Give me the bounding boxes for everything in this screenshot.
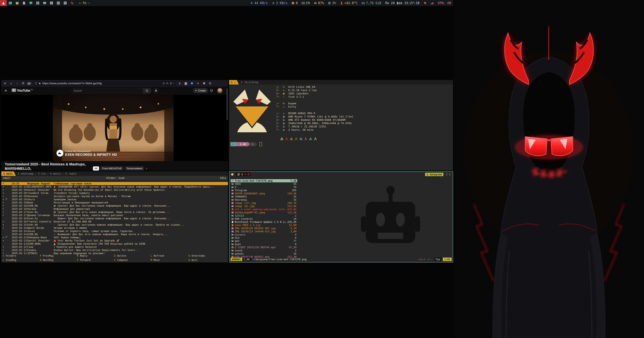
email-row[interactable]: •2025-02-22WILDBERRIES-INFO◆(ИЗВЕЩЕНИЕ #… (1, 185, 228, 188)
file-row[interactable]: Буря0 (230, 242, 297, 246)
mail-tab[interactable]: 5 radio (65, 172, 76, 175)
workspace-chat[interactable] (28, 0, 34, 6)
chips-more-icon[interactable]: › (146, 167, 147, 170)
tab-x[interactable]: 2 X (445, 173, 451, 176)
email-row[interactable]: •14:35Медведев АндрейГлобальные торговые… (1, 182, 228, 185)
file-row[interactable]: Cursors4 (230, 233, 297, 236)
video-frame[interactable]: Follow My Soundcloud EXEN RECORDS & INFI… (53, 95, 174, 161)
workspace-windows[interactable] (34, 0, 41, 6)
file-row[interactable]: MiniFuse1_Firmware_Update_1_5_0_212_win.… (230, 220, 297, 223)
filter-chip[interactable]: Tomorrowland (125, 166, 144, 171)
downloads-icon[interactable] (177, 81, 182, 86)
filter-chip[interactable]: All (93, 166, 99, 171)
file-row[interactable]: sound2 (230, 249, 297, 252)
file-row[interactable]: GkC0yLaXgAAP-H2.jpeg112,2K (230, 211, 297, 214)
workspace-cat[interactable] (14, 0, 20, 6)
email-row[interactable]: •2025-02-18ОксанаИнфориация для директор… (1, 207, 228, 210)
workspace-arch[interactable] (0, 0, 7, 6)
email-row[interactable]: •2025-02-16Frances ConnollyDonation of $… (1, 220, 228, 223)
email-row[interactable]: •2025-02-20Daniel ShnaiderWe Are Breakin… (1, 188, 228, 191)
file-row[interactable]: X79 (230, 185, 297, 189)
filter-chip[interactable]: From iNEGATIVE (100, 166, 124, 171)
mail-tab-active[interactable]: 1 mail (1, 171, 16, 176)
email-row[interactable]: 2025-02-16Ozon_Py!Важно! Для Вас поступи… (1, 217, 228, 220)
file-row[interactable]: image (17).jpg236,7K (230, 201, 297, 204)
file-row[interactable]: TORRENTS35 (230, 195, 297, 198)
file-row[interactable]: 000-razobrat10 (230, 217, 297, 220)
workspace-download[interactable] (48, 0, 55, 6)
shield-icon[interactable] (35, 82, 37, 85)
tab-downloads[interactable]: 1 Загрузки (425, 173, 443, 176)
file-row[interactable]: Lens-FREE-1.3.zip32,9M (230, 223, 297, 227)
terminal-tab-active[interactable]: 1 ~ (229, 80, 239, 85)
youtube-menu-icon[interactable]: ≡ (5, 89, 7, 93)
translate-icon[interactable]: Ax (166, 82, 168, 85)
forward-icon[interactable]: › (15, 81, 20, 86)
mail-tab[interactable]: 3 rss (38, 172, 46, 175)
lock-icon[interactable] (38, 82, 41, 85)
password-manager-icon[interactable] (202, 81, 206, 86)
workspace-image[interactable] (41, 0, 48, 6)
workspace-pulse[interactable] (68, 0, 76, 6)
tab-grid-icon[interactable]: ▦ (184, 81, 188, 86)
bookmark-icon[interactable] (170, 82, 172, 85)
email-row[interactable]: •2025-02-12ExodusExodus Wallet: New Veri… (1, 248, 228, 252)
url-text[interactable]: https://www.youtube.com/watch?v=5b8A-jgx… (42, 82, 161, 85)
search-input[interactable]: Search (71, 88, 147, 93)
email-row[interactable]: •2025-02-15OzOn_RU!Срочно! Для Вас посту… (1, 223, 228, 226)
email-row[interactable]: •2025-02-20YunoHost Forum[YunoHost Forum… (1, 191, 228, 195)
video-player-area[interactable]: Follow My Soundcloud EXEN RECORDS & INFI… (1, 95, 228, 161)
back-icon[interactable]: ‹ (9, 81, 14, 86)
file-row[interactable]: OLD0 (230, 236, 297, 239)
file-row[interactable]: gomuks10 (230, 252, 297, 255)
scrollbar[interactable] (226, 89, 228, 120)
create-button[interactable]: + Create (193, 88, 208, 93)
email-row[interactable]: •2025-02-18OZON_RU⊠Срочно! Для Вас посту… (1, 204, 228, 207)
email-row[interactable]: 2025-02-13OZON_NEWS▲Поздравляем! Вам нач… (1, 242, 228, 245)
url-bar[interactable]: https://www.youtube.com/watch?v=5b8A-jgx… (33, 81, 176, 86)
email-row[interactable]: •2025-02-17Даниил СотниковБольшое обновл… (1, 214, 228, 217)
email-row[interactable]: •2025-02-19Ольгаприведем заказы (1, 198, 228, 201)
screenshot-icon[interactable]: ⌖× (196, 81, 200, 86)
mail-tab[interactable]: 2 whatsapp (18, 172, 34, 175)
email-row[interactable]: •2025-02-13Лебедева ЮлияSOS! Нужна помощ… (1, 236, 228, 239)
workspace-hash[interactable] (55, 0, 62, 6)
file-row[interactable]: mp377 (230, 239, 297, 242)
file-row[interactable]: oth_A_ardor-gaming-wakizashi_instrukcia_… (230, 208, 297, 211)
workspace-list[interactable] (62, 0, 68, 6)
menu-icon[interactable]: ≡ (3, 81, 8, 86)
youtube-logo[interactable]: YouTube RU (12, 89, 33, 93)
workspace-terminal[interactable] (7, 0, 14, 6)
file-row[interactable]: Пингвины16 (230, 198, 297, 201)
email-row[interactable]: •2025-02-13Daniel Shnaider■Your Warmy To… (1, 239, 228, 242)
file-row[interactable]: 1231132 (230, 214, 297, 217)
reload-icon[interactable]: ⟳ (21, 81, 26, 86)
avatar[interactable] (217, 88, 222, 93)
email-row[interactable]: •2025-02-19ЮлияРегистрация и Ликвидация … (1, 201, 228, 204)
addons-icon[interactable] (208, 81, 212, 86)
terminal-tab-2[interactable]: 2 /h/z/blog (241, 81, 258, 84)
urlbar-caret-icon[interactable]: ▾ (174, 82, 174, 84)
email-row[interactable]: 2025-02-14ЭльзаРеклама от первого лица, … (1, 229, 228, 233)
rss-icon[interactable] (162, 82, 165, 85)
voice-search-button[interactable] (153, 88, 158, 93)
sidebar-icon[interactable]: ▤▾ (27, 81, 32, 86)
file-row[interactable]: image (8).jpg212,4K (230, 204, 297, 208)
email-row[interactable]: •2025-02-15Идите ЛесомЧетыре истории о л… (1, 226, 228, 229)
workspace-file[interactable] (20, 0, 28, 6)
email-row[interactable]: 2025-02-14OZON_RU✓Внимание! Для Вас есть… (1, 233, 228, 236)
file-row[interactable]: free-icon-bot-7167276.png7,4K (230, 179, 297, 182)
file-row[interactable]: GkFPR-GXUAACWSS.jpeg128,4K (230, 192, 297, 195)
extension-blue-icon[interactable] (190, 81, 194, 86)
email-row[interactable]: •2025-02-12Гала• Клиенты для вашего бизн… (1, 245, 228, 248)
file-row[interactable]: IMG_20250123_164440_015.jpg3,6M (230, 230, 297, 233)
file-row[interactable]: Q_VIDEO_20241220_085546.mp497,2M (230, 246, 297, 249)
mail-tab[interactable]: 4 music (50, 172, 61, 175)
notifications-icon[interactable] (210, 89, 213, 93)
file-row[interactable]: IMG_20250128_091825_007.jpg5,1M (230, 227, 297, 230)
search-button[interactable] (143, 88, 151, 94)
email-row[interactable]: •2025-02-17Ozon.Ru⊠Срочно! Для Вас есть … (1, 210, 228, 214)
file-row[interactable]: Telegram205 (230, 189, 297, 192)
file-row[interactable]: VBOX45 (230, 182, 297, 185)
email-row[interactable]: •2025-02-20НеонилаЭкспресс-доставка груз… (1, 195, 228, 198)
